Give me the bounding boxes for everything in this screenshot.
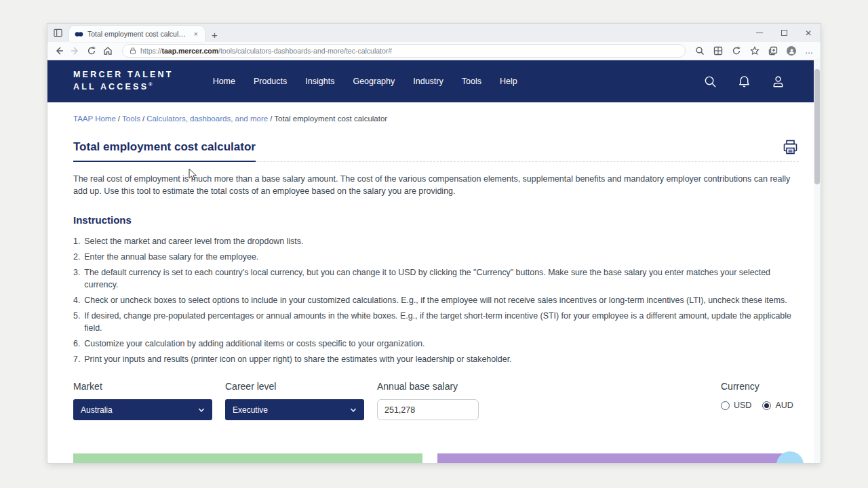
instruction-item: 4. Check or uncheck boxes to select opti…: [73, 295, 799, 307]
nav-item[interactable]: Geography: [353, 77, 395, 86]
url-scheme: https://: [140, 47, 162, 55]
market-label: Market: [73, 381, 212, 392]
nav-item[interactable]: Products: [254, 77, 287, 86]
instructions-list: 1. Select the market and career level fr…: [73, 236, 799, 366]
nav-item[interactable]: Tools: [462, 77, 481, 86]
browser-tab[interactable]: Total employment cost calculator ×: [69, 26, 205, 42]
registered-mark: ®: [149, 82, 152, 87]
more-options-button[interactable]: …: [805, 49, 814, 53]
tab-actions-icon: [54, 28, 62, 37]
home-icon: [103, 46, 113, 56]
maximize-button[interactable]: [772, 24, 796, 42]
star-icon: [750, 46, 760, 56]
salary-field: Annual base salary: [377, 381, 479, 420]
nav-item[interactable]: Insights: [305, 77, 334, 86]
breadcrumb: TAAP Home/Tools/Calculators, dashboards,…: [73, 115, 799, 123]
minimize-button[interactable]: [747, 24, 772, 42]
toolbar-right-icons: …: [695, 46, 814, 56]
forward-button[interactable]: [71, 46, 80, 56]
breadcrumb-separator: /: [116, 115, 122, 123]
page-scrollbar[interactable]: [814, 61, 821, 463]
currency-options: USD AUD: [721, 401, 793, 410]
chevron-down-icon: [198, 407, 205, 413]
purple-section-header: [437, 453, 787, 463]
tab-grid-button[interactable]: [713, 46, 723, 56]
page-title: Total employment cost calculator: [73, 140, 256, 162]
lock-icon: [130, 47, 136, 54]
market-field: Market Australia: [73, 381, 212, 420]
page-content: TAAP Home/Tools/Calculators, dashboards,…: [47, 115, 814, 463]
tab-title: Total employment cost calculator: [87, 30, 189, 38]
radio-aud-circle-icon[interactable]: [762, 401, 771, 410]
profile-icon[interactable]: [771, 75, 785, 89]
instruction-number: 6.: [73, 338, 80, 350]
instruction-item: 7. Print your inputs and results (printe…: [73, 354, 799, 366]
intro-paragraph: The real cost of employment is much more…: [73, 173, 799, 197]
breadcrumb-tools[interactable]: Tools: [122, 115, 140, 123]
market-select[interactable]: Australia: [73, 399, 212, 420]
instruction-item: 5. If desired, change pre-populated perc…: [73, 310, 799, 335]
zoom-button[interactable]: [695, 46, 705, 56]
instruction-number: 7.: [73, 354, 80, 366]
tab-close-button[interactable]: ×: [193, 30, 199, 38]
radio-aud[interactable]: AUD: [762, 401, 793, 410]
back-arrow-icon: [54, 46, 64, 56]
currency-label: Currency: [721, 381, 793, 392]
calculator-form: Market Australia Career level Executive …: [73, 381, 799, 430]
print-button[interactable]: [782, 139, 799, 159]
instruction-number: 1.: [73, 236, 80, 248]
nav-item[interactable]: Help: [500, 77, 517, 86]
nav-item[interactable]: Industry: [413, 77, 443, 86]
browser-window: Total employment cost calculator × + ✕ h…: [47, 24, 821, 463]
url-path: /tools/calculators-dashboards-and-more/t…: [218, 47, 392, 55]
sync-icon: [732, 46, 741, 56]
tab-actions-button[interactable]: [47, 24, 68, 42]
favorites-button[interactable]: [750, 46, 760, 56]
bell-icon[interactable]: [737, 75, 751, 89]
radio-usd-circle-icon[interactable]: [721, 401, 730, 410]
profile-avatar-icon[interactable]: [787, 46, 796, 56]
webpage: MERCER TALENT ALL ACCESS® HomeProductsIn…: [47, 60, 814, 463]
breadcrumb-separator: /: [140, 115, 146, 123]
instruction-number: 3.: [73, 267, 80, 291]
site-header: MERCER TALENT ALL ACCESS® HomeProductsIn…: [47, 60, 814, 102]
instruction-number: 5.: [73, 310, 80, 335]
home-button[interactable]: [103, 46, 113, 56]
result-sections: [73, 453, 799, 463]
nav-item[interactable]: Home: [213, 77, 235, 86]
salary-input[interactable]: [377, 399, 479, 420]
browser-titlebar: Total employment cost calculator × + ✕: [47, 24, 821, 42]
url-text: https://taap.mercer.com/tools/calculator…: [140, 47, 392, 55]
printer-icon: [782, 139, 799, 156]
career-level-select[interactable]: Executive: [225, 399, 364, 420]
instruction-text: If desired, change pre-populated percent…: [84, 310, 796, 335]
instruction-text: Customize your calculation by adding add…: [84, 338, 425, 350]
radio-usd-label: USD: [734, 401, 751, 410]
address-bar[interactable]: https://taap.mercer.com/tools/calculator…: [122, 44, 686, 58]
scrollbar-thumb[interactable]: [814, 69, 820, 184]
site-logo[interactable]: MERCER TALENT ALL ACCESS®: [73, 69, 174, 93]
breadcrumb-taap-home[interactable]: TAAP Home: [73, 115, 116, 123]
window-controls: ✕: [747, 24, 821, 42]
forward-arrow-icon: [71, 46, 80, 56]
collections-button[interactable]: [768, 46, 778, 56]
search-icon[interactable]: [703, 75, 717, 89]
refresh-button[interactable]: [87, 46, 96, 56]
close-button[interactable]: ✕: [796, 24, 821, 42]
close-icon: ✕: [805, 29, 812, 37]
instruction-text: Enter the annual base salary for the emp…: [84, 251, 258, 264]
salary-label: Annual base salary: [377, 381, 479, 392]
refresh-icon: [87, 46, 96, 56]
new-tab-button[interactable]: +: [212, 30, 218, 40]
breadcrumb-calculators[interactable]: Calculators, dashboards, and more: [146, 115, 268, 123]
sync-button[interactable]: [732, 46, 741, 56]
radio-usd[interactable]: USD: [721, 401, 751, 410]
back-button[interactable]: [54, 46, 64, 56]
instruction-item: 6. Customize your calculation by adding …: [73, 338, 799, 350]
instruction-item: 1. Select the market and career level fr…: [73, 236, 799, 248]
browser-toolbar: https://taap.mercer.com/tools/calculator…: [47, 42, 821, 60]
instructions-heading: Instructions: [73, 214, 799, 226]
instruction-text: The default currency is set to each coun…: [84, 267, 796, 291]
breadcrumb-separator: /: [268, 115, 274, 123]
logo-line2: ALL ACCESS®: [73, 81, 174, 94]
